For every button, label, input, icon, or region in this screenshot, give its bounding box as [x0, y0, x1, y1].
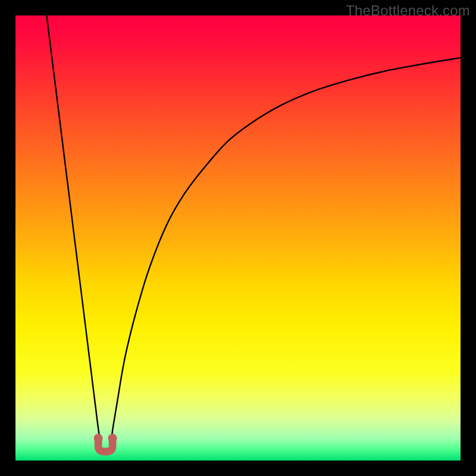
notch-end-right — [108, 434, 117, 443]
gradient-background — [15, 15, 461, 461]
watermark-text: TheBottleneck.com — [346, 2, 470, 19]
outer-frame: TheBottleneck.com — [0, 0, 476, 476]
notch-end-left — [94, 434, 103, 443]
plot-area — [15, 15, 461, 461]
chart-svg — [15, 15, 461, 461]
